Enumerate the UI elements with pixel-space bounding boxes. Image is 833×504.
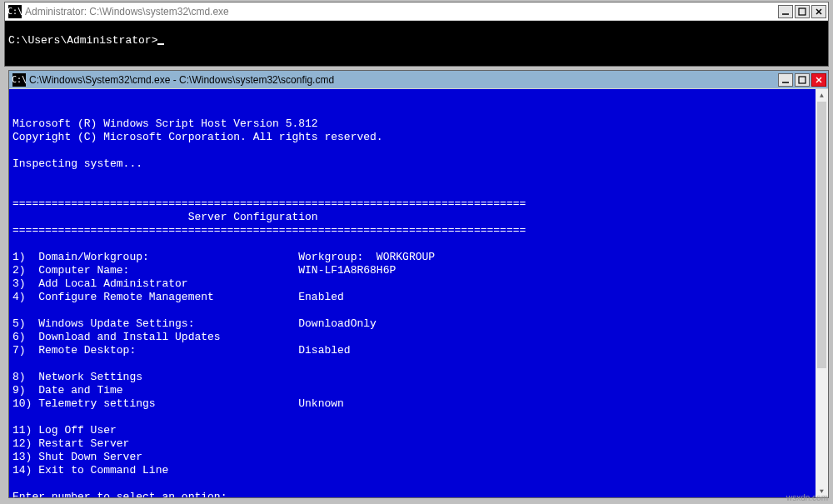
watermark: wsxdn.com — [786, 493, 828, 502]
menu-options: 1) Domain/Workgroup: Workgroup: WORKGROU… — [12, 251, 435, 477]
svg-rect-5 — [799, 77, 806, 83]
script-host-line: Microsoft (R) Windows Script Host Versio… — [12, 117, 318, 130]
input-prompt: Enter number to select an option: — [12, 491, 227, 497]
svg-rect-1 — [799, 8, 806, 15]
titlebar[interactable]: C:\ Administrator: C:\Windows\system32\c… — [5, 2, 828, 21]
close-button[interactable] — [811, 5, 826, 18]
sconfig-window: C:\ C:\Windows\System32\cmd.exe - C:\Win… — [8, 70, 829, 498]
scrollbar[interactable]: ▲ ▼ — [816, 89, 828, 497]
copyright-line: Copyright (C) Microsoft Corporation. All… — [12, 131, 383, 143]
cmd-icon: C:\ — [12, 73, 26, 87]
titlebar[interactable]: C:\ C:\Windows\System32\cmd.exe - C:\Win… — [9, 71, 828, 89]
section-title: Server Configuration — [12, 211, 318, 223]
window-controls — [778, 73, 826, 87]
window-controls — [778, 5, 826, 18]
divider: ========================================… — [12, 197, 526, 210]
scroll-up-button[interactable]: ▲ — [816, 89, 828, 102]
scroll-track[interactable] — [816, 102, 828, 485]
cmd-window-admin: C:\ Administrator: C:\Windows\system32\c… — [4, 2, 829, 67]
cmd-icon: C:\ — [8, 5, 22, 18]
terminal-output[interactable]: ▲ ▼ Microsoft (R) Windows Script Host Ve… — [9, 89, 828, 497]
window-title: C:\Windows\System32\cmd.exe - C:\Windows… — [29, 74, 778, 86]
terminal-output[interactable]: C:\Users\Administrator> — [5, 21, 828, 66]
minimize-button[interactable] — [778, 5, 793, 18]
minimize-button[interactable] — [778, 73, 793, 87]
window-title: Administrator: C:\Windows\system32\cmd.e… — [25, 6, 778, 17]
inspecting-line: Inspecting system... — [12, 157, 142, 170]
scroll-thumb[interactable] — [817, 102, 826, 368]
maximize-button[interactable] — [795, 5, 810, 18]
cursor — [157, 43, 164, 45]
divider: ========================================… — [12, 224, 526, 237]
maximize-button[interactable] — [795, 73, 810, 87]
prompt: C:\Users\Administrator> — [8, 34, 157, 47]
close-button[interactable] — [811, 73, 826, 87]
